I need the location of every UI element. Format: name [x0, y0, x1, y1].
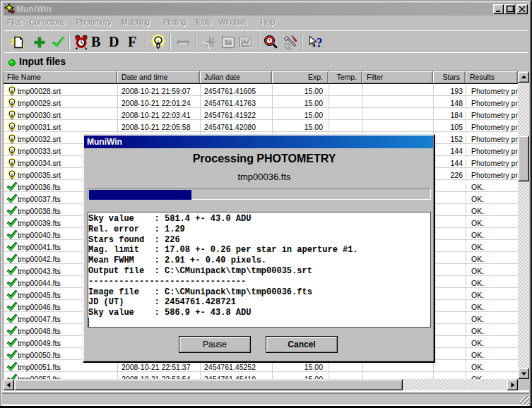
svg-text:?: ? — [317, 36, 323, 50]
